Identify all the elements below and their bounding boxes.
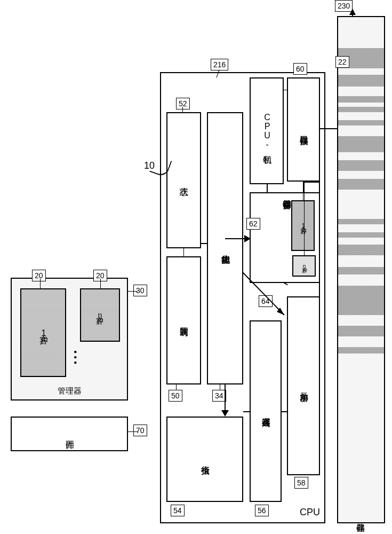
ref-56: 56 — [255, 505, 269, 516]
client1-label: 客户1 — [38, 328, 49, 337]
ref-58: 58 — [294, 477, 308, 489]
cpu-privkey-box: CPU-私钥 — [250, 77, 284, 184]
state-box: 状态 — [166, 112, 201, 248]
ref-50: 50 — [169, 390, 182, 402]
cpu-label: CPU — [300, 507, 320, 518]
ref-54: 54 — [171, 505, 185, 516]
ref-20b: 20 — [32, 270, 46, 281]
instr-exec-box: 指令执行 — [166, 417, 243, 502]
dots: • • • — [70, 350, 80, 364]
ref-70: 70 — [133, 425, 147, 436]
ref-62: 62 — [246, 218, 260, 230]
ref-216: 216 — [211, 59, 228, 70]
cks-client1-label: 客户1 — [299, 222, 308, 230]
ref-22: 22 — [335, 56, 349, 68]
cpu-privkey-label: CPU-私钥 — [261, 113, 273, 149]
access-device-box: 访问装置 — [166, 256, 201, 384]
ref-60: 60 — [293, 63, 307, 75]
ref-10: 10 — [144, 160, 155, 171]
cks-client1: 客户1 — [291, 200, 315, 251]
clientn-label: 客户n — [95, 311, 105, 319]
cks-clientn: 客户n — [292, 255, 316, 277]
ref-230: 230 — [335, 0, 353, 12]
crypto-unit-box: 加密单元 — [287, 296, 320, 475]
cks-clientn-label: 客户n — [300, 263, 308, 269]
client1-box: 客户1 — [20, 288, 66, 377]
firmware-box: 固件 — [11, 417, 128, 451]
clientn-box: 客户n — [80, 288, 120, 342]
cache-box: 高速缓存器 — [250, 320, 282, 502]
manager-label: 管理器 — [12, 386, 127, 396]
ref-34: 34 — [212, 390, 226, 402]
mem-if-box: 存储器接口 — [287, 77, 320, 182]
ref-64: 64 — [259, 295, 273, 307]
ref-30: 30 — [133, 285, 147, 296]
virt-fn-box: 虚拟化功能 — [207, 112, 243, 384]
